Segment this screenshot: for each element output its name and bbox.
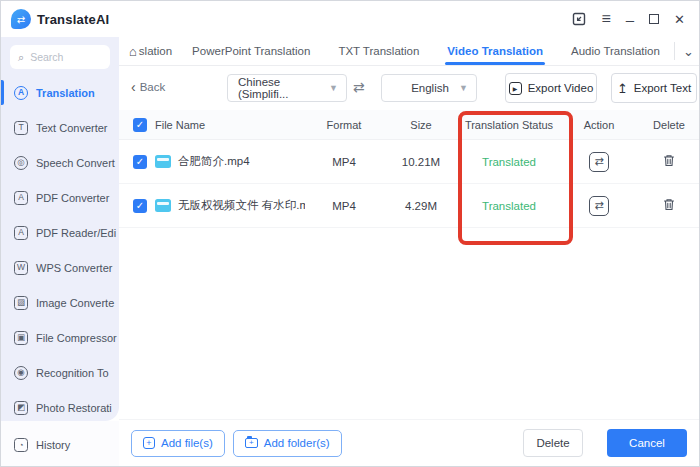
row-checkbox[interactable]: ✓: [133, 155, 147, 169]
search-input[interactable]: [30, 51, 90, 63]
app-title: TranslateAI: [37, 12, 109, 27]
titlebar: ≡ – ✕: [119, 1, 699, 37]
table-row: ✓ 合肥简介.mp4 MP4 10.21M Translated ⇄: [119, 140, 699, 184]
export-video-button[interactable]: ▶ Export Video: [505, 73, 597, 103]
col-format: Format: [305, 119, 383, 131]
file-size: 10.21M: [383, 156, 459, 168]
col-action: Action: [559, 119, 639, 131]
file-name: 无版权视频文件 有水印.mp4: [178, 198, 305, 213]
chevron-left-icon: ‹: [131, 80, 136, 94]
add-folder-icon: +: [245, 438, 258, 448]
recognition-icon: ◉: [14, 366, 28, 380]
sidebar-item-recognition[interactable]: ◉ Recognition To: [1, 355, 119, 390]
col-delete: Delete: [639, 119, 699, 131]
tab-truncated[interactable]: ⌂ slation: [129, 37, 178, 65]
search-icon: ⌕: [18, 52, 24, 63]
wps-converter-icon: W: [14, 261, 28, 275]
tab-powerpoint-translation[interactable]: PowerPoint Translation: [178, 37, 324, 65]
trash-icon[interactable]: [662, 153, 676, 170]
history-icon: ◔: [14, 438, 28, 452]
file-compressor-icon: ▣: [14, 331, 28, 345]
sidebar-item-label: Recognition To: [36, 367, 109, 379]
row-checkbox[interactable]: ✓: [133, 199, 147, 213]
sidebar-item-label: History: [36, 439, 70, 451]
sidebar-item-wps-converter[interactable]: W WPS Converter: [1, 250, 119, 285]
app-window: ⇄ TranslateAI ⌕ A Translation T Text Con…: [0, 0, 700, 467]
file-format: MP4: [305, 156, 383, 168]
caret-down-icon: ▼: [453, 83, 468, 93]
sidebar-item-label: WPS Converter: [36, 262, 112, 274]
tab-bar: ⌂ slation PowerPoint Translation TXT Tra…: [119, 37, 699, 66]
col-translation-status: Translation Status: [459, 119, 559, 131]
export-text-button[interactable]: ↥ Export Text: [611, 73, 697, 103]
sidebar-item-label: PDF Reader/Edi: [36, 227, 116, 239]
image-converter-icon: ▨: [14, 296, 28, 310]
maximize-icon[interactable]: [649, 14, 659, 24]
pdf-converter-icon: A: [14, 191, 28, 205]
source-language-select[interactable]: Chinese (Simplifi... ▼: [227, 74, 347, 102]
sidebar-item-translation[interactable]: A Translation: [1, 75, 119, 110]
cancel-button[interactable]: Cancel: [607, 429, 687, 457]
sidebar-item-text-converter[interactable]: T Text Converter: [1, 110, 119, 145]
sidebar-item-pdf-reader[interactable]: A PDF Reader/Edi: [1, 215, 119, 250]
translation-icon: A: [14, 86, 28, 100]
retranslate-icon[interactable]: ⇄: [589, 196, 609, 216]
retranslate-icon[interactable]: ⇄: [589, 152, 609, 172]
target-language-select[interactable]: English ▼: [381, 74, 477, 102]
pdf-reader-icon: A: [14, 226, 28, 240]
status-badge: Translated: [459, 156, 559, 168]
photo-restoration-icon: ◩: [14, 401, 28, 415]
minimize-icon[interactable]: –: [626, 12, 634, 27]
speech-convert-icon: ◎: [14, 156, 28, 170]
video-file-icon: [155, 155, 171, 168]
file-table: ✓ File Name Format Size Translation Stat…: [119, 110, 699, 419]
app-logo-icon: ⇄: [11, 9, 31, 29]
play-icon: ▶: [509, 82, 522, 95]
table-row: ✓ 无版权视频文件 有水印.mp4 MP4 4.29M Translated ⇄: [119, 184, 699, 228]
sidebar-item-label: PDF Converter: [36, 192, 109, 204]
col-size: Size: [383, 119, 459, 131]
sidebar-nav: ⌕ A Translation T Text Converter ◎ Speec…: [1, 37, 119, 421]
menu-icon[interactable]: ≡: [601, 11, 610, 27]
sidebar-item-history[interactable]: ◔ History: [1, 421, 119, 467]
status-badge: Translated: [459, 200, 559, 212]
home-icon: ⌂: [129, 44, 137, 59]
search-box[interactable]: ⌕: [10, 45, 110, 69]
swap-languages-icon[interactable]: ⇄: [353, 79, 365, 95]
sidebar-item-image-converter[interactable]: ▨ Image Converte: [1, 285, 119, 320]
tab-audio-translation[interactable]: Audio Translation: [557, 37, 674, 65]
file-format: MP4: [305, 200, 383, 212]
close-icon[interactable]: ✕: [674, 13, 685, 26]
file-name: 合肥简介.mp4: [178, 154, 250, 169]
sidebar-item-label: Image Converte: [36, 297, 114, 309]
sidebar-item-label: Translation: [36, 87, 95, 99]
sidebar-item-speech-convert[interactable]: ◎ Speech Convert: [1, 145, 119, 180]
tab-overflow-button[interactable]: ⌄: [674, 42, 700, 60]
caret-down-icon: ▼: [323, 83, 338, 93]
col-file-name: File Name: [155, 119, 305, 131]
sidebar-item-pdf-converter[interactable]: A PDF Converter: [1, 180, 119, 215]
add-folders-button[interactable]: + Add folder(s): [233, 430, 342, 457]
tab-video-translation[interactable]: Video Translation: [433, 37, 557, 65]
main-panel: ≡ – ✕ ⌂ slation PowerPoint Translation T…: [119, 1, 699, 466]
footer-bar: + Add file(s) + Add folder(s) Delete Can…: [119, 419, 699, 466]
trash-icon[interactable]: [662, 197, 676, 214]
file-size: 4.29M: [383, 200, 459, 212]
sidebar-item-label: Text Converter: [36, 122, 108, 134]
delete-button[interactable]: Delete: [523, 429, 583, 457]
snapshot-icon[interactable]: [572, 12, 586, 26]
add-files-button[interactable]: + Add file(s): [131, 430, 225, 457]
video-file-icon: [155, 199, 171, 212]
select-all-checkbox[interactable]: ✓: [133, 118, 147, 132]
sidebar-item-label: Speech Convert: [36, 157, 115, 169]
back-button[interactable]: ‹ Back: [131, 80, 165, 94]
text-converter-icon: T: [14, 121, 28, 135]
chevron-down-icon: ⌄: [683, 44, 694, 59]
tab-txt-translation[interactable]: TXT Translation: [324, 37, 433, 65]
upload-icon: ↥: [617, 82, 628, 95]
sidebar-item-label: File Compressor: [36, 332, 117, 344]
sidebar-item-file-compressor[interactable]: ▣ File Compressor: [1, 320, 119, 355]
table-header-row: ✓ File Name Format Size Translation Stat…: [119, 110, 699, 140]
toolbar: ‹ Back Chinese (Simplifi... ▼ ⇄ English …: [119, 66, 699, 110]
sidebar-item-photo-restoration[interactable]: ◩ Photo Restorati: [1, 390, 119, 425]
